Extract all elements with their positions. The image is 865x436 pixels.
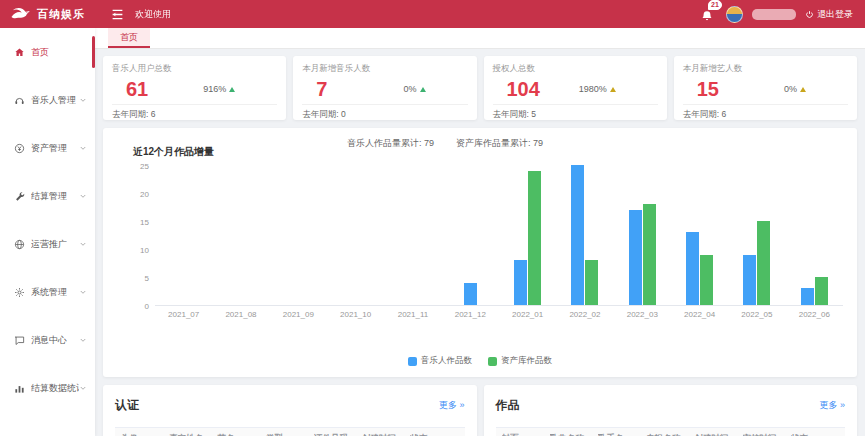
logo-text: 百纳娱乐 [37, 7, 85, 22]
sidebar-item-settlement-stats[interactable]: 结算数据统计 [0, 364, 95, 412]
x-tick-label: 2022_02 [556, 310, 613, 319]
bar-group [384, 166, 441, 305]
dashboard-root: 百纳娱乐 欢迎使用 21 退出登录 首页音乐人管理资产管理结算管理运营推广系统管… [0, 0, 865, 436]
x-tick-label: 2022_03 [614, 310, 671, 319]
bar-group [786, 166, 843, 305]
chart-summary: 音乐人作品量累计: 79 [347, 138, 434, 148]
legend-swatch [488, 357, 497, 366]
panel-title: 认证 [115, 397, 139, 414]
logo[interactable]: 百纳娱乐 [0, 6, 95, 22]
notification-bell-icon[interactable]: 21 [701, 6, 717, 22]
sidebar-item-label: 结算数据统计 [31, 382, 79, 395]
stat-card-title: 授权人总数 [493, 63, 658, 75]
sidebar-item-label: 运营推广 [31, 238, 67, 251]
sidebar-item-label: 系统管理 [31, 286, 67, 299]
sidebar-item-label: 结算管理 [31, 190, 67, 203]
stat-card-divider [683, 104, 848, 105]
stat-card-new-musicians: 本月新增音乐人数70%去年同期: 0 [293, 56, 476, 120]
chart-card: 音乐人作品量累计: 79资产库作品量累计: 79 近12个月作品增量 05101… [103, 128, 857, 377]
bar-asset[interactable] [585, 260, 598, 305]
sidebar-item-operations[interactable]: 运营推广 [0, 220, 95, 268]
sidebar-item-message-center[interactable]: 消息中心 [0, 316, 95, 364]
stat-card-value-row: 70% [302, 77, 467, 101]
stat-card-title: 音乐人用户总数 [112, 63, 277, 75]
bar-musician[interactable] [801, 288, 814, 305]
more-link[interactable]: 更多 » [439, 399, 465, 412]
tab-home[interactable]: 首页 [108, 28, 150, 48]
plot-area [155, 166, 843, 306]
sidebar-collapse-icon[interactable] [109, 6, 125, 22]
logout-button[interactable]: 退出登录 [805, 8, 853, 21]
bar-group [614, 166, 671, 305]
legend-item[interactable]: 音乐人作品数 [408, 355, 472, 367]
panel-header: 认证更多 » [115, 397, 465, 414]
bar-group [327, 166, 384, 305]
bar-asset[interactable] [700, 255, 713, 305]
bar-musician[interactable] [514, 260, 527, 305]
x-tick-label: 2022_04 [671, 310, 728, 319]
legend-item[interactable]: 资产库作品数 [488, 355, 552, 367]
power-icon [805, 10, 814, 19]
sidebar-item-system-mgmt[interactable]: 系统管理 [0, 268, 95, 316]
stat-card-value: 61 [126, 78, 148, 101]
bar-musician[interactable] [571, 165, 584, 305]
chart-legend: 音乐人作品数资产库作品数 [103, 355, 857, 367]
bar-asset[interactable] [643, 204, 656, 305]
x-tick-label: 2021_11 [384, 310, 441, 319]
stat-card-value-row: 1041980% [493, 77, 658, 101]
stat-card-percent: 1980% [579, 84, 616, 94]
sidebar-item-musician-mgmt[interactable]: 音乐人管理 [0, 76, 95, 124]
chevron-down-icon [79, 240, 87, 248]
bar-asset[interactable] [815, 277, 828, 305]
x-tick-label: 2022_01 [499, 310, 556, 319]
chart-title: 近12个月作品增量 [133, 145, 214, 159]
chevron-down-icon [79, 384, 87, 392]
y-tick-label: 20 [117, 190, 149, 199]
bar-asset[interactable] [757, 221, 770, 305]
x-tick-label: 2021_12 [442, 310, 499, 319]
x-tick-label: 2021_10 [327, 310, 384, 319]
bar-musician[interactable] [743, 255, 756, 305]
sidebar-item-home[interactable]: 首页 [0, 28, 95, 76]
legend-label: 资产库作品数 [501, 355, 552, 367]
chevron-down-icon [79, 336, 87, 344]
stat-card-divider [302, 104, 467, 105]
stat-card-percent: 0% [784, 84, 806, 94]
stat-card-footer: 去年同期: 0 [302, 109, 467, 121]
stat-card-total-licensors: 授权人总数1041980%去年同期: 5 [484, 56, 667, 120]
wrench-icon [14, 191, 25, 202]
content: 音乐人用户总数61916%去年同期: 6本月新增音乐人数70%去年同期: 0授权… [95, 49, 865, 436]
trend-up-icon [800, 87, 806, 92]
stat-card-footer: 去年同期: 6 [112, 109, 277, 121]
stat-card-value: 7 [316, 78, 327, 101]
bar-musician[interactable] [629, 210, 642, 305]
welcome-text: 欢迎使用 [135, 8, 171, 21]
y-tick-label: 15 [117, 218, 149, 227]
bar-group [671, 166, 728, 305]
stat-card-footer: 去年同期: 5 [493, 109, 658, 121]
bar-musician[interactable] [686, 232, 699, 305]
chevron-down-icon [79, 288, 87, 296]
stat-card-new-artists: 本月新增艺人数150%去年同期: 6 [674, 56, 857, 120]
chart-summary: 资产库作品量累计: 79 [456, 138, 543, 148]
bar-group [270, 166, 327, 305]
trend-up-icon [229, 87, 235, 92]
avatar[interactable] [726, 6, 743, 23]
logout-label: 退出登录 [817, 8, 853, 21]
trend-up-icon [610, 87, 616, 92]
sidebar-item-settlement-mgmt[interactable]: 结算管理 [0, 172, 95, 220]
y-tick-label: 5 [117, 274, 149, 283]
bar-musician[interactable] [464, 283, 477, 305]
gear-icon [14, 287, 25, 298]
x-tick-label: 2022_06 [786, 310, 843, 319]
y-tick-label: 0 [117, 302, 149, 311]
y-tick-label: 10 [117, 246, 149, 255]
globe-icon [14, 239, 25, 250]
stat-card-total-musicians: 音乐人用户总数61916%去年同期: 6 [103, 56, 286, 120]
sidebar-item-asset-mgmt[interactable]: 资产管理 [0, 124, 95, 172]
bar-asset[interactable] [528, 171, 541, 305]
sidebar-item-label: 消息中心 [31, 334, 67, 347]
sidebar-item-label: 资产管理 [31, 142, 67, 155]
top-header: 百纳娱乐 欢迎使用 21 退出登录 [0, 0, 865, 28]
more-link[interactable]: 更多 » [819, 399, 845, 412]
